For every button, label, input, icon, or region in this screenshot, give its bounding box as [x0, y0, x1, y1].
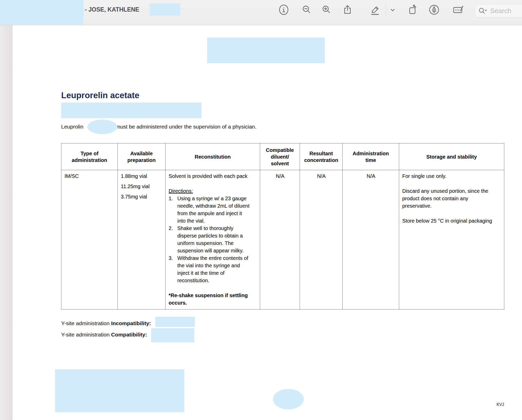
- window-toolbar: - JOSE, KATHLENE: [0, 0, 522, 25]
- step-number: 2.: [169, 225, 177, 254]
- autofill-button[interactable]: [428, 4, 440, 16]
- directions-label: Directions:: [169, 187, 257, 195]
- markup-pencil-icon: [369, 4, 380, 15]
- rotate-left-icon: [407, 4, 418, 15]
- redaction-block-toolbar-title: [150, 3, 180, 15]
- step-number: 3.: [169, 254, 177, 284]
- cell-compatible-diluent: N/A: [260, 170, 300, 309]
- rotate-left-button[interactable]: [407, 4, 419, 16]
- direction-step: 2. Shake well to thoroughly disperse par…: [169, 225, 257, 254]
- step-text: Using a syringe w/ a 23 gauge needle, wi…: [177, 195, 257, 225]
- cell-resultant-concentration: N/A: [300, 170, 343, 309]
- step-number: 1.: [169, 195, 177, 225]
- cell-administration-time: N/A: [343, 170, 399, 309]
- info-button[interactable]: [278, 4, 290, 16]
- info-icon: [278, 4, 289, 15]
- form-fill-button[interactable]: [452, 4, 464, 16]
- table-row: IM/SC 1.88mg vial 11.25mg vial 3.75mg vi…: [61, 170, 504, 309]
- prep-line: 11.25mg vial: [121, 183, 163, 190]
- markup-button[interactable]: [369, 4, 381, 16]
- storage-paragraph: For single use only.: [402, 172, 501, 180]
- redaction-block-incompatibility: [155, 317, 195, 327]
- form-fill-icon: [452, 4, 464, 15]
- table-header-row: Type of administration Available prepara…: [61, 143, 504, 170]
- chevron-down-icon: [390, 8, 395, 12]
- incompatibility-label: Incompatibility:: [111, 320, 151, 326]
- col-header-compatible-diluent: Compatible diluent/ solvent: [260, 143, 300, 170]
- col-header-type-of-administration: Type of administration: [61, 143, 118, 170]
- prep-line: 3.75mg vial: [121, 193, 163, 200]
- col-header-administration-time: Administration time: [343, 143, 399, 170]
- markup-options-button[interactable]: [388, 6, 398, 14]
- col-header-storage-stability: Storage and stability: [399, 143, 504, 170]
- reshake-note: *Re-shake suspension if settling occurs.: [169, 292, 257, 307]
- ysite-prefix: Y-site administration: [61, 332, 111, 337]
- col-header-resultant-concentration: Resultant concentration: [300, 143, 343, 170]
- toolbar-divider: [386, 3, 386, 16]
- ysite-compatibility-line: Y-site administration Compatibility:: [61, 332, 147, 338]
- pdf-page: Leuprorelin acetate Leuprolinmust be adm…: [12, 25, 522, 420]
- cell-storage-stability: For single use only. Discard any unused …: [399, 170, 504, 309]
- redaction-block-toolbar-left: [0, 0, 84, 25]
- redaction-block-footer: [55, 369, 184, 412]
- cell-reconstitution: Solvent is provided with each pack Direc…: [166, 170, 260, 309]
- search-field[interactable]: [475, 4, 522, 17]
- drug-information-table: Type of administration Available prepara…: [61, 143, 504, 309]
- col-header-available-preparation: Available preparation: [118, 143, 166, 170]
- page-title: Leuprorelin acetate: [61, 90, 139, 100]
- redaction-block-compatibility: [151, 328, 194, 342]
- storage-paragraph: Discard any unused portion, since the pr…: [402, 187, 501, 210]
- intro-prefix: Leuprolin: [61, 124, 83, 130]
- intro-suffix: must be administered under the supervisi…: [116, 124, 256, 130]
- ysite-incompatibility-line: Y-site administration Incompatibility:: [61, 320, 151, 326]
- zoom-out-button[interactable]: [301, 4, 313, 16]
- redaction-block-subtitle: [61, 103, 202, 118]
- step-text: Withdraw the entire contents of the vial…: [177, 254, 257, 284]
- col-header-reconstitution: Reconstitution: [166, 143, 260, 170]
- share-button[interactable]: [342, 4, 353, 16]
- document-margin-strip: [0, 25, 12, 420]
- direction-step: 3. Withdraw the entire contents of the v…: [169, 254, 257, 284]
- redaction-oval-intro: [87, 120, 117, 134]
- cell-available-preparation: 1.88mg vial 11.25mg vial 3.75mg vial: [118, 170, 166, 309]
- share-icon: [342, 4, 353, 15]
- zoom-in-button[interactable]: [320, 4, 332, 16]
- ysite-prefix: Y-site administration: [61, 320, 111, 326]
- compatibility-label: Compatibility:: [111, 332, 147, 337]
- step-text: Shake well to thoroughly disperse partic…: [177, 225, 257, 254]
- window-title: - JOSE, KATHLENE: [85, 6, 139, 13]
- zoom-in-icon: [321, 4, 332, 15]
- search-icon: [478, 7, 487, 15]
- redaction-block-header: [207, 38, 325, 63]
- reconstitution-intro: Solvent is provided with each pack: [169, 172, 257, 180]
- cell-type-of-administration: IM/SC: [61, 170, 118, 309]
- storage-paragraph: Store below 25 °C in original packaging: [402, 217, 501, 225]
- direction-step: 1. Using a syringe w/ a 23 gauge needle,…: [169, 195, 257, 225]
- search-input[interactable]: [490, 7, 522, 15]
- prep-line: 1.88mg vial: [121, 172, 163, 180]
- zoom-out-icon: [301, 4, 312, 15]
- redaction-oval-footer: [273, 389, 304, 409]
- author-initials: KVJ: [497, 402, 504, 407]
- autofill-pen-icon: [428, 4, 440, 15]
